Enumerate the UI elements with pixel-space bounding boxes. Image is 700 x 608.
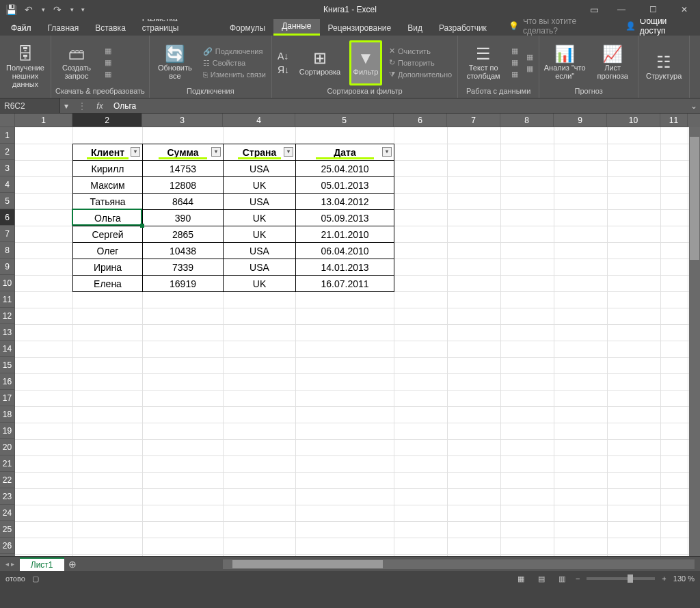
row-header-5[interactable]: 5 xyxy=(0,193,15,209)
macro-record-icon[interactable]: ▢ xyxy=(32,574,39,583)
row-header-22[interactable]: 22 xyxy=(0,472,15,488)
formula-bar[interactable]: Ольга xyxy=(108,98,688,113)
fx-icon[interactable]: fx xyxy=(92,101,108,111)
row-header-3[interactable]: 3 xyxy=(0,160,15,176)
table-cell[interactable]: Елена xyxy=(73,276,143,292)
table-cell[interactable]: Максим xyxy=(73,177,143,194)
tab-Данные[interactable]: Данные xyxy=(273,18,319,36)
row-header-10[interactable]: 10 xyxy=(0,275,15,291)
sort-desc-button[interactable]: Я↓ xyxy=(276,64,291,76)
col-header-5[interactable]: 5 xyxy=(295,114,394,127)
formula-expand-icon[interactable]: ⌄ xyxy=(688,101,700,111)
recent-sources-button[interactable]: ▦ xyxy=(103,69,113,79)
new-query-button[interactable]: 🗃 Создать запрос xyxy=(55,40,98,85)
vscroll-thumb[interactable] xyxy=(690,137,699,260)
table-cell[interactable]: USA xyxy=(224,259,296,276)
table-cell[interactable]: 06.04.2010 xyxy=(296,243,394,259)
sort-asc-button[interactable]: А↓ xyxy=(276,50,291,62)
fill-handle[interactable] xyxy=(140,224,144,228)
horizontal-scrollbar[interactable] xyxy=(86,559,695,569)
row-header-21[interactable]: 21 xyxy=(0,455,15,472)
flash-fill-button[interactable]: ▦ xyxy=(510,46,520,56)
filter-dropdown-icon[interactable]: ▾ xyxy=(131,147,140,157)
row-header-14[interactable]: 14 xyxy=(0,341,15,357)
col-header-9[interactable]: 9 xyxy=(554,114,607,127)
sheet-nav[interactable]: ◂ ▸ xyxy=(0,560,20,568)
table-cell[interactable]: UK xyxy=(224,210,296,226)
filter-button[interactable]: ▼ Фильтр xyxy=(349,40,382,85)
row-header-18[interactable]: 18 xyxy=(0,406,15,423)
view-page-icon[interactable]: ▤ xyxy=(535,574,548,583)
row-header-12[interactable]: 12 xyxy=(0,308,15,324)
share-button[interactable]: 👤 Общий доступ xyxy=(617,16,700,36)
col-header-8[interactable]: 8 xyxy=(500,114,554,127)
table-cell[interactable]: UK xyxy=(224,276,296,292)
tab-Рецензирование[interactable]: Рецензирование xyxy=(320,21,400,36)
table-cell[interactable]: 14.01.2013 xyxy=(296,259,394,276)
data-validation-button[interactable]: ▦ xyxy=(510,69,520,79)
edit-links-button[interactable]: ⎘ Изменить связи xyxy=(202,70,267,79)
zoom-out-button[interactable]: − xyxy=(576,574,580,583)
tab-Формулы[interactable]: Формулы xyxy=(221,21,273,36)
table-cell[interactable]: 25.04.2010 xyxy=(296,161,394,177)
tell-me-search[interactable]: 💡 Что вы хотите сделать? xyxy=(500,16,617,36)
row-header-19[interactable]: 19 xyxy=(0,423,15,439)
table-cell[interactable]: 12808 xyxy=(143,177,224,194)
row-header-8[interactable]: 8 xyxy=(0,242,15,259)
table-cell[interactable]: Ольга xyxy=(73,210,143,226)
row-header-20[interactable]: 20 xyxy=(0,439,15,455)
properties-button[interactable]: ☷ Свойства xyxy=(202,58,267,68)
row-header-23[interactable]: 23 xyxy=(0,488,15,505)
table-cell[interactable]: 21.01.2010 xyxy=(296,226,394,243)
maximize-button[interactable]: ☐ xyxy=(637,0,669,19)
view-normal-icon[interactable]: ▦ xyxy=(514,574,528,583)
what-if-button[interactable]: 📊 Анализ "что если" xyxy=(543,40,586,85)
name-box[interactable]: R6C2 xyxy=(0,98,60,113)
row-header-24[interactable]: 24 xyxy=(0,505,15,521)
table-cell[interactable]: Ирина xyxy=(73,259,143,276)
tab-file[interactable]: Файл xyxy=(3,21,40,36)
row-header-7[interactable]: 7 xyxy=(0,226,15,242)
zoom-slider[interactable] xyxy=(587,577,655,580)
ribbon-options-icon[interactable]: ▭ xyxy=(584,0,604,19)
table-cell[interactable]: 05.01.2013 xyxy=(296,177,394,194)
clear-filter-button[interactable]: ✕ Очистить xyxy=(388,46,453,56)
from-table-button[interactable]: ▦ xyxy=(103,57,113,68)
minimize-button[interactable]: — xyxy=(606,0,637,19)
table-cell[interactable]: 16919 xyxy=(143,276,224,292)
row-header-4[interactable]: 4 xyxy=(0,176,15,193)
filter-dropdown-icon[interactable]: ▾ xyxy=(284,147,293,157)
undo-icon[interactable]: ↶ xyxy=(21,1,37,18)
table-cell[interactable]: USA xyxy=(224,243,296,259)
table-cell[interactable]: USA xyxy=(224,161,296,177)
col-header-7[interactable]: 7 xyxy=(447,114,500,127)
row-header-13[interactable]: 13 xyxy=(0,324,15,341)
view-break-icon[interactable]: ▥ xyxy=(555,574,569,583)
redo-dropdown-icon[interactable]: ▾ xyxy=(67,1,77,18)
table-cell[interactable]: Кирилл xyxy=(73,161,143,177)
refresh-all-button[interactable]: 🔄 Обновить все xyxy=(154,40,196,85)
tab-Главная[interactable]: Главная xyxy=(40,21,88,36)
outline-button[interactable]: ☷ Структура xyxy=(643,44,685,90)
table-cell[interactable]: USA xyxy=(224,194,296,210)
sheet-tab-active[interactable]: Лист1 xyxy=(20,557,64,571)
text-to-columns-button[interactable]: ☰ Текст по столбцам xyxy=(462,40,504,85)
select-all-corner[interactable] xyxy=(0,114,15,127)
col-header-2[interactable]: 2 xyxy=(72,114,142,127)
remove-duplicates-button[interactable]: ▦ xyxy=(510,57,520,68)
consolidate-button[interactable]: ▦ xyxy=(525,52,535,62)
sort-button[interactable]: ⊞ Сортировка xyxy=(296,40,344,85)
reapply-filter-button[interactable]: ↻ Повторить xyxy=(388,57,453,68)
get-external-data-button[interactable]: 🗄 Получение нешних данных xyxy=(4,44,46,90)
row-header-1[interactable]: 1 xyxy=(0,127,15,144)
table-cell[interactable]: 16.07.2011 xyxy=(296,276,394,292)
table-cell[interactable]: 390 xyxy=(143,210,224,226)
col-header-11[interactable]: 11 xyxy=(660,114,688,127)
table-cell[interactable]: 8644 xyxy=(143,194,224,210)
hscroll-thumb[interactable] xyxy=(232,560,383,568)
advanced-filter-button[interactable]: ⧩ Дополнительно xyxy=(388,69,453,79)
undo-dropdown-icon[interactable]: ▾ xyxy=(38,1,48,18)
close-button[interactable]: ✕ xyxy=(669,0,700,19)
table-cell[interactable]: UK xyxy=(224,177,296,194)
tab-Разработчик[interactable]: Разработчик xyxy=(431,21,495,36)
